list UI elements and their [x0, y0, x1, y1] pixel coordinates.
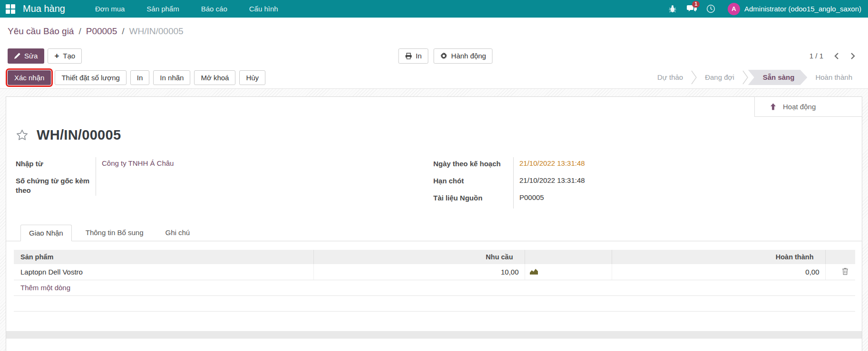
field-value-empty[interactable] — [96, 174, 433, 196]
user-menu[interactable]: Administrator (odoo15_anglo_saxon) — [744, 5, 861, 13]
pencil-icon — [14, 53, 20, 59]
control-panel: Sửa + Tạo In Hành động 1 / 1 — [0, 45, 868, 66]
header-delete-spacer — [825, 250, 855, 264]
apps-menu-icon[interactable] — [6, 4, 15, 14]
unlock-button[interactable]: Mở khoá — [194, 70, 235, 85]
breadcrumb-separator: / — [122, 26, 124, 37]
field-source-document: Tài liệu Nguồn P00005 — [433, 191, 852, 209]
menu-reporting[interactable]: Báo cáo — [190, 0, 238, 18]
header-product[interactable]: Sản phẩm — [14, 250, 313, 264]
favorite-star-icon[interactable] — [16, 129, 29, 142]
activity-label: Hoạt động — [783, 103, 816, 111]
field-groups: Nhập từ Công ty TNHH Á Châu Số chứng từ … — [6, 143, 862, 209]
breadcrumb-link-po[interactable]: P00005 — [86, 26, 117, 37]
cell-demand[interactable]: 10,00 — [313, 264, 525, 280]
pager-previous-icon[interactable] — [834, 53, 839, 59]
add-line-row: Thêm một dòng — [14, 280, 855, 295]
print-button[interactable]: In — [398, 48, 429, 64]
field-deadline: Hạn chót 21/10/2022 13:31:48 — [433, 174, 852, 191]
stage-waiting[interactable]: Đang đợi — [697, 70, 742, 85]
field-label: Số chứng từ gốc kèm theo — [16, 174, 96, 196]
empty-row — [14, 295, 855, 311]
stage-separator-icon — [742, 70, 748, 85]
forecast-chart-icon[interactable] — [530, 268, 538, 275]
action-button[interactable]: Hành động — [434, 48, 493, 64]
gear-icon — [440, 52, 448, 59]
tab-additional-info[interactable]: Thông tin Bổ sung — [78, 225, 152, 241]
pager-count: 1 / 1 — [809, 52, 823, 60]
print-picking-button[interactable]: In — [130, 70, 150, 85]
field-group-right: Ngày theo kế hoạch 21/10/2022 13:31:48 H… — [433, 157, 852, 209]
menu-configuration[interactable]: Cấu hình — [238, 0, 289, 18]
menu-purchase-orders[interactable]: Đơn mua — [84, 0, 136, 18]
control-left-buttons: Sửa + Tạo — [8, 48, 82, 64]
debug-bug-icon[interactable] — [663, 5, 682, 13]
partner-link[interactable]: Công ty TNHH Á Châu — [96, 157, 433, 174]
add-line-link[interactable]: Thêm một dòng — [14, 280, 855, 295]
field-label: Nhập từ — [16, 157, 96, 174]
topbar-right: 1 A Administrator (odoo15_anglo_saxon) — [663, 3, 861, 15]
breadcrumb-current: WH/IN/00005 — [129, 26, 184, 37]
status-pipeline: Dự thảo Đang đợi Sẵn sàng Hoàn thành — [649, 70, 860, 85]
tab-operations[interactable]: Giao Nhận — [20, 225, 72, 241]
action-button-label: Hành động — [451, 52, 486, 60]
breadcrumb-separator: / — [78, 26, 81, 37]
topbar-menus: Đơn mua Sản phẩm Báo cáo Cấu hình — [84, 0, 289, 18]
arrow-up-icon — [770, 103, 777, 111]
stage-ready[interactable]: Sẵn sàng — [748, 70, 808, 85]
menu-products[interactable]: Sản phẩm — [136, 0, 190, 18]
control-center-buttons: In Hành động — [398, 48, 493, 64]
source-document-value[interactable]: P00005 — [513, 191, 852, 209]
header-spacer — [525, 250, 612, 264]
move-lines-table: Sản phẩm Nhu cầu Hoàn thành Laptopn Dell… — [14, 250, 855, 312]
user-avatar[interactable]: A — [728, 3, 740, 15]
header-done[interactable]: Hoàn thành — [612, 250, 825, 264]
create-button-label: Tạo — [63, 52, 75, 60]
cell-done[interactable]: 0,00 — [612, 264, 825, 280]
pager-next-icon[interactable] — [850, 53, 856, 59]
content-area: Hoạt động WH/IN/00005 Nhập từ Công ty TN… — [0, 89, 868, 351]
field-receive-from: Nhập từ Công ty TNHH Á Châu — [16, 157, 433, 174]
breadcrumb-link-rfq[interactable]: Yêu cầu Báo giá — [8, 26, 74, 37]
tab-notes[interactable]: Ghi chú — [157, 225, 198, 241]
stage-done[interactable]: Hoàn thành — [807, 70, 860, 85]
field-source-document-attached: Số chứng từ gốc kèm theo — [16, 174, 433, 196]
activity-toggle[interactable]: Hoạt động — [754, 97, 862, 117]
pager: 1 / 1 — [809, 52, 860, 60]
field-scheduled-date: Ngày theo kế hoạch 21/10/2022 13:31:48 — [433, 157, 852, 174]
print-labels-button[interactable]: In nhãn — [153, 70, 190, 85]
confirm-button[interactable]: Xác nhận — [8, 70, 51, 85]
field-label: Hạn chót — [433, 174, 513, 191]
breadcrumb: Yêu cầu Báo giá / P00005 / WH/IN/00005 — [8, 26, 184, 37]
field-label: Ngày theo kế hoạch — [433, 157, 513, 174]
top-navbar: Mua hàng Đơn mua Sản phẩm Báo cáo Cấu hì… — [0, 0, 868, 18]
header-demand[interactable]: Nhu cầu — [313, 250, 525, 264]
activities-clock-icon[interactable] — [701, 4, 720, 13]
table-header-row: Sản phẩm Nhu cầu Hoàn thành — [14, 250, 855, 264]
cell-product[interactable]: Laptopn Dell Vostro — [14, 264, 313, 280]
statusbar-buttons: Xác nhận Thiết đặt số lượng In In nhãn M… — [8, 70, 265, 85]
stage-draft[interactable]: Dự thảo — [649, 70, 691, 85]
scheduled-date-value[interactable]: 21/10/2022 13:31:48 — [513, 157, 852, 174]
cell-delete — [825, 264, 855, 280]
breadcrumb-row: Yêu cầu Báo giá / P00005 / WH/IN/00005 — [0, 18, 868, 45]
sheet-bottom-strip — [6, 331, 862, 339]
edit-button-label: Sửa — [24, 52, 38, 60]
plus-icon: + — [54, 52, 59, 60]
statusbar: Xác nhận Thiết đặt số lượng In In nhãn M… — [0, 66, 868, 89]
stage-separator-icon — [691, 70, 697, 85]
form-sheet: Hoạt động WH/IN/00005 Nhập từ Công ty TN… — [6, 96, 862, 351]
messages-icon[interactable]: 1 — [682, 5, 701, 13]
table-row[interactable]: Laptopn Dell Vostro 10,00 0,00 — [14, 264, 855, 280]
set-quantities-button[interactable]: Thiết đặt số lượng — [55, 70, 126, 85]
print-button-label: In — [416, 52, 422, 60]
cancel-button[interactable]: Hủy — [239, 70, 265, 85]
create-button[interactable]: + Tạo — [48, 48, 82, 64]
edit-button[interactable]: Sửa — [8, 48, 44, 64]
trash-icon[interactable] — [842, 267, 848, 275]
deadline-value[interactable]: 21/10/2022 13:31:48 — [513, 174, 852, 191]
app-name[interactable]: Mua hàng — [23, 3, 65, 14]
document-title: WH/IN/00005 — [37, 127, 121, 143]
printer-icon — [405, 53, 412, 59]
field-group-left: Nhập từ Công ty TNHH Á Châu Số chứng từ … — [16, 157, 433, 196]
